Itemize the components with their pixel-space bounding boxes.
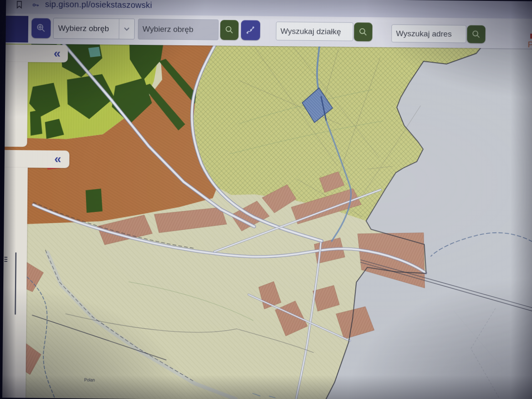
left-panel-bottom: « bbox=[2, 150, 69, 398]
left-panel-bottom-header: « bbox=[5, 150, 69, 168]
obreb-search-button[interactable] bbox=[220, 20, 239, 40]
map-canvas[interactable]: Polan bbox=[2, 0, 532, 399]
collapse-panel-top-button[interactable]: « bbox=[49, 45, 65, 61]
map-place-label: Polan bbox=[84, 377, 95, 382]
draw-icon bbox=[245, 25, 256, 35]
chevron-down-icon[interactable] bbox=[119, 19, 134, 39]
left-panel-top: « bbox=[5, 44, 68, 147]
obreb-select-value: Wybierz obręb bbox=[54, 18, 119, 39]
left-panel-top-body bbox=[5, 62, 28, 147]
photo-frame: Polan sip.gison.pl/osiekstaszowski Wybie… bbox=[0, 0, 532, 399]
obreb-select[interactable]: Wybierz obręb bbox=[53, 18, 135, 39]
collapse-panel-bottom-button[interactable]: « bbox=[49, 151, 66, 167]
left-panel-bottom-body bbox=[2, 167, 27, 398]
browser-window: Polan sip.gison.pl/osiekstaszowski Wybie… bbox=[2, 0, 532, 399]
search-icon bbox=[358, 26, 369, 37]
url-text[interactable]: sip.gison.pl/osiekstaszowski bbox=[45, 0, 152, 10]
search-settings-button[interactable] bbox=[32, 18, 51, 38]
map-toolbar: Wybierz obręb Po bbox=[6, 14, 532, 49]
bookmark-icon[interactable] bbox=[14, 0, 24, 10]
search-icon bbox=[471, 29, 482, 39]
logo-red-badge bbox=[530, 34, 532, 39]
address-search-input[interactable] bbox=[392, 25, 466, 43]
parcel-search-button[interactable] bbox=[354, 22, 372, 41]
draw-tool-button[interactable] bbox=[241, 20, 260, 40]
scale-tick-marks bbox=[5, 256, 7, 263]
address-search-button[interactable] bbox=[467, 25, 485, 43]
search-icon bbox=[224, 25, 235, 35]
help-link-partial[interactable]: Po bbox=[527, 39, 532, 49]
left-panel-top-header: « bbox=[5, 44, 68, 62]
search-settings-icon bbox=[35, 22, 47, 34]
parcel-search-input[interactable] bbox=[276, 22, 353, 41]
obreb-search-input[interactable] bbox=[138, 19, 219, 40]
key-icon[interactable] bbox=[32, 1, 39, 9]
logo-square bbox=[6, 16, 29, 43]
panel-scrollbar[interactable] bbox=[15, 252, 16, 315]
